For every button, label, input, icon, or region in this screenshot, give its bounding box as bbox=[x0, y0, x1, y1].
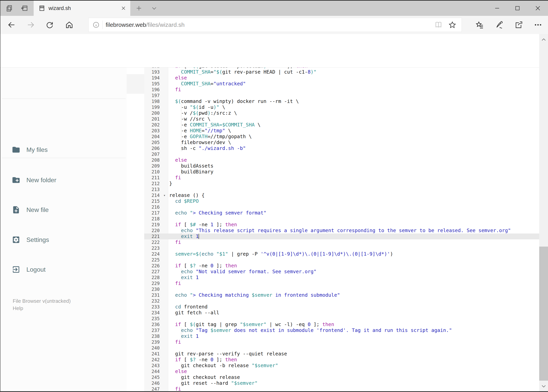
code-line-218[interactable]: 218 bbox=[144, 216, 539, 222]
code-line-200[interactable]: 200 -v /$(pwd):/src:z \ bbox=[144, 110, 539, 116]
code-line-227[interactable]: 227 echo "Not valid semver format. See s… bbox=[144, 269, 539, 275]
code-line-215[interactable]: 215 cd $REPO bbox=[144, 198, 539, 204]
code-line-209[interactable]: 209 buildAssets bbox=[144, 163, 539, 169]
code-line-196[interactable]: 196 fi bbox=[144, 87, 539, 93]
more-options-icon[interactable] bbox=[531, 16, 545, 34]
help-link[interactable]: Help bbox=[13, 305, 23, 311]
code-line-193[interactable]: 193 COMMIT_SHA="$(git rev-parse HEAD | c… bbox=[144, 69, 539, 75]
refresh-icon[interactable] bbox=[43, 16, 56, 34]
code-line-232[interactable]: 232 bbox=[144, 298, 539, 304]
code-line-220[interactable]: 220 echo "This release script requires a… bbox=[144, 228, 539, 233]
forward-icon[interactable] bbox=[24, 16, 38, 34]
home-icon[interactable] bbox=[62, 16, 76, 34]
code-line-229[interactable]: 229 fi bbox=[144, 280, 539, 286]
code-line-234[interactable]: 234 git fetch --all bbox=[144, 310, 539, 316]
code-line-246[interactable]: 246 git reset --hard "$semver" bbox=[144, 380, 539, 386]
sidebar-item-new-folder[interactable]: New folder bbox=[0, 169, 127, 191]
maximize-button[interactable] bbox=[507, 0, 528, 16]
fold-marker-icon[interactable]: ▾ bbox=[160, 192, 169, 198]
reading-view-icon[interactable] bbox=[435, 21, 442, 29]
line-number: 205 bbox=[144, 140, 160, 145]
code-line-226[interactable]: 226 if [ $? -ne 0 ]; then bbox=[144, 263, 539, 269]
sidebar-item-logout[interactable]: Logout bbox=[0, 259, 127, 280]
tab-dropdown-icon[interactable] bbox=[149, 0, 160, 16]
sidebar-item-settings[interactable]: Settings bbox=[0, 229, 127, 251]
tabs-preview-icon[interactable] bbox=[18, 0, 30, 16]
code-line-198[interactable]: 198 $(command -v winpty) docker run --rm… bbox=[144, 98, 539, 104]
code-line-241[interactable]: 241 git rev-parse --verify --quiet relea… bbox=[144, 351, 539, 357]
new-tab-icon[interactable] bbox=[133, 0, 144, 16]
code-line-211[interactable]: 211 fi bbox=[144, 175, 539, 181]
code-line-213[interactable]: 213 bbox=[144, 187, 539, 192]
code-line-233[interactable]: 233 cd frontend bbox=[144, 304, 539, 310]
back-icon[interactable] bbox=[5, 16, 18, 34]
line-number: 237 bbox=[144, 327, 160, 333]
code-text: else bbox=[169, 369, 187, 374]
line-number: 246 bbox=[144, 380, 160, 386]
code-line-247[interactable]: 247 fi bbox=[144, 386, 539, 392]
code-line-236[interactable]: 236 if [ $(git tag | grep "$semver" | wc… bbox=[144, 322, 539, 327]
code-line-245[interactable]: 245 git checkout release bbox=[144, 374, 539, 380]
site-info-icon[interactable] bbox=[92, 21, 100, 28]
code-line-222[interactable]: 222 fi bbox=[144, 239, 539, 245]
scroll-down-icon[interactable] bbox=[541, 383, 547, 389]
code-line-230[interactable]: 230 bbox=[144, 286, 539, 292]
code-line-221[interactable]: 221 exit 1 bbox=[144, 233, 539, 239]
code-line-240[interactable]: 240 bbox=[144, 345, 539, 351]
code-line-242[interactable]: 242 if [ $? -ne 0 ]; then bbox=[144, 357, 539, 363]
code-editor[interactable]: 192 if [ "$(git status --porcelain)" = "… bbox=[144, 68, 539, 392]
code-line-237[interactable]: 237 echo "Tag $semver does not exist in … bbox=[144, 327, 539, 333]
code-line-214[interactable]: 214▾release () { bbox=[144, 192, 539, 198]
code-line-228[interactable]: 228 exit 1 bbox=[144, 275, 539, 280]
sidebar-item-new-file[interactable]: New file bbox=[0, 199, 127, 221]
code-line-197[interactable]: 197 bbox=[144, 93, 539, 98]
scroll-up-icon[interactable] bbox=[541, 37, 547, 43]
code-line-210[interactable]: 210 buildBinary bbox=[144, 169, 539, 175]
code-line-238[interactable]: 238 exit 1 bbox=[144, 333, 539, 339]
line-number: 204 bbox=[144, 134, 160, 140]
code-line-207[interactable]: 207 bbox=[144, 151, 539, 157]
code-line-192[interactable]: 192 if [ "$(git status --porcelain)" = "… bbox=[144, 68, 539, 69]
code-line-204[interactable]: 204 -e GOPATH=//tmp/gopath \ bbox=[144, 134, 539, 140]
code-line-205[interactable]: 205 filebrowser/dev \ bbox=[144, 140, 539, 145]
line-number: 218 bbox=[144, 216, 160, 222]
code-line-216[interactable]: 216 bbox=[144, 204, 539, 210]
share-icon[interactable] bbox=[511, 16, 526, 34]
code-line-235[interactable]: 235 bbox=[144, 316, 539, 322]
minimize-button[interactable] bbox=[487, 0, 507, 16]
code-line-223[interactable]: 223 bbox=[144, 245, 539, 251]
code-line-208[interactable]: 208 else bbox=[144, 157, 539, 163]
fold-gutter bbox=[160, 110, 169, 116]
page-scrollbar[interactable] bbox=[539, 34, 548, 392]
scrollbar-thumb[interactable] bbox=[539, 247, 548, 381]
favorite-star-icon[interactable] bbox=[448, 21, 457, 29]
code-line-212[interactable]: 212} bbox=[144, 181, 539, 187]
code-line-195[interactable]: 195 COMMIT_SHA="untracked" bbox=[144, 81, 539, 87]
code-line-194[interactable]: 194 else bbox=[144, 75, 539, 81]
sidebar-item-my-files[interactable]: My files bbox=[0, 139, 127, 161]
code-line-224[interactable]: 224 semver=$(echo "$1" | grep -P '^v(0|[… bbox=[144, 251, 539, 257]
close-tab-icon[interactable] bbox=[121, 6, 126, 11]
web-note-pen-icon[interactable] bbox=[492, 16, 507, 34]
favorites-hub-icon[interactable] bbox=[472, 16, 487, 34]
set-tabs-aside-icon[interactable] bbox=[4, 0, 16, 16]
close-button[interactable] bbox=[528, 0, 548, 16]
browser-tab[interactable]: wizard.sh bbox=[34, 0, 130, 16]
code-line-201[interactable]: 201 -w //src \ bbox=[144, 116, 539, 122]
fold-gutter bbox=[160, 145, 169, 151]
url-text[interactable]: filebrowser.web/files/wizard.sh bbox=[106, 21, 435, 28]
code-line-219[interactable]: 219 if [ $# -ne 1 ]; then bbox=[144, 222, 539, 228]
code-line-243[interactable]: 243 git checkout -b release "$semver" bbox=[144, 363, 539, 369]
fold-gutter bbox=[160, 198, 169, 204]
code-line-217[interactable]: 217 echo "> Checking semver format" bbox=[144, 210, 539, 216]
code-line-206[interactable]: 206 sh -c "./wizard.sh -b" bbox=[144, 145, 539, 151]
code-line-231[interactable]: 231 echo "> Checking matching $semver in… bbox=[144, 292, 539, 298]
address-bar[interactable]: filebrowser.web/files/wizard.sh bbox=[88, 18, 462, 32]
code-line-239[interactable]: 239 fi bbox=[144, 339, 539, 345]
code-line-202[interactable]: 202 -e COMMIT_SHA=$COMMIT_SHA \ bbox=[144, 122, 539, 128]
code-line-203[interactable]: 203 -e HOME="//tmp" \ bbox=[144, 128, 539, 134]
fold-gutter bbox=[160, 304, 169, 310]
code-line-244[interactable]: 244 else bbox=[144, 369, 539, 374]
code-line-225[interactable]: 225 bbox=[144, 257, 539, 263]
code-line-199[interactable]: 199 -u "$(id -u)" \ bbox=[144, 104, 539, 110]
